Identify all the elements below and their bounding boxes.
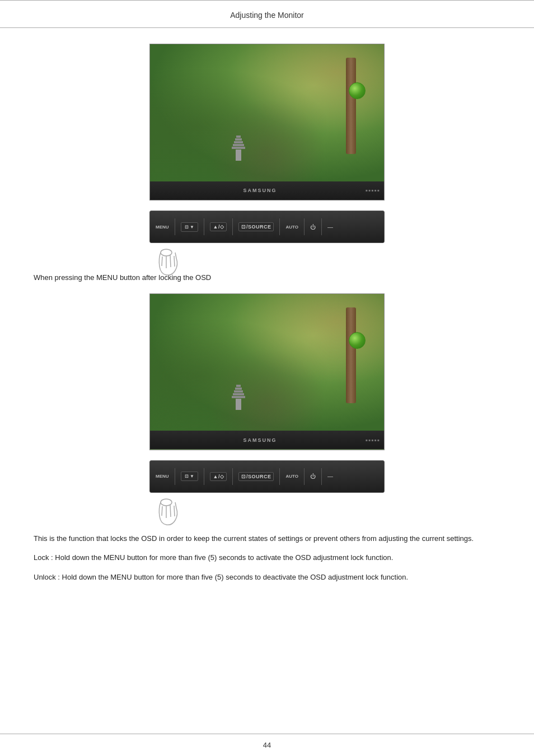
pagoda-2	[232, 385, 245, 410]
svg-line-9	[162, 506, 162, 516]
divider-2b	[204, 468, 204, 485]
menu-label-1: MENU	[156, 225, 169, 230]
tree-right-2	[346, 307, 356, 403]
control-bar-1-wrapper: MENU ⊡ ▼ ▲/◇ ⊡/SOURCE AUTO	[34, 211, 500, 243]
body-paragraph-2: Lock : Hold down the MENU button for mor…	[34, 552, 393, 564]
svg-line-2	[170, 255, 171, 267]
divider-1f	[321, 218, 322, 235]
green-ball-1	[349, 82, 366, 99]
monitor-image-2-block: SAMSUNG ■ ■ ■ ■ ■	[34, 293, 500, 450]
control-bar-2-wrapper: MENU ⊡ ▼ ▲/◇ ⊡/SOURCE AUTO	[34, 460, 500, 493]
page-header: Adjusting the Monitor	[0, 1, 534, 28]
divider-2e	[304, 468, 305, 485]
menu-label-2: MENU	[156, 474, 169, 479]
svg-line-7	[170, 505, 171, 517]
divider-1b	[204, 218, 204, 235]
brightness-btn-1[interactable]: ▲/◇	[210, 222, 227, 231]
monitor-image-1-block: SAMSUNG ■ ■ ■ ■ ■	[34, 44, 500, 200]
svg-line-3	[174, 256, 175, 267]
monitor-screen-1	[150, 44, 384, 181]
nav-icon-2: ⊡	[185, 474, 189, 479]
nav-btn-2[interactable]: ⊡ ▼	[181, 472, 199, 481]
source-btn-1[interactable]: ⊡/SOURCE	[238, 222, 274, 231]
divider-1e	[304, 218, 305, 235]
divider-1a	[175, 218, 175, 235]
divider-2a	[175, 468, 175, 485]
control-bar-1: MENU ⊡ ▼ ▲/◇ ⊡/SOURCE AUTO	[149, 211, 385, 243]
divider-1d	[279, 218, 280, 235]
hand-cursor-1	[154, 241, 185, 280]
nav-arrow-1: ▼	[190, 225, 194, 230]
cb-outer-2: MENU ⊡ ▼ ▲/◇ ⊡/SOURCE AUTO	[149, 460, 385, 493]
minus-icon-2: —	[327, 473, 333, 479]
source-btn-2[interactable]: ⊡/SOURCE	[238, 472, 274, 481]
body-paragraph-1: This is the function that locks the OSD …	[34, 533, 474, 545]
body-paragraph-3: Unlock : Hold down the MENU button for m…	[34, 572, 408, 584]
samsung-logo-1: SAMSUNG	[243, 188, 277, 193]
svg-line-8	[174, 506, 175, 516]
brightness-icon-1: ▲/◇	[213, 224, 224, 230]
content-area: SAMSUNG ■ ■ ■ ■ ■ MENU ⊡ ▼ ▲/◇	[0, 28, 534, 608]
control-bar-2: MENU ⊡ ▼ ▲/◇ ⊡/SOURCE AUTO	[149, 460, 385, 493]
cb-outer-1: MENU ⊡ ▼ ▲/◇ ⊡/SOURCE AUTO	[149, 211, 385, 243]
monitor-image-2: SAMSUNG ■ ■ ■ ■ ■	[149, 293, 385, 450]
samsung-logo-2: SAMSUNG	[243, 437, 277, 443]
page-container: Adjusting the Monitor	[0, 0, 534, 756]
bottom-area: 44	[0, 734, 534, 756]
auto-label-1: AUTO	[285, 225, 298, 230]
power-icon-1[interactable]: ⏻	[310, 224, 316, 230]
monitor-image-1: SAMSUNG ■ ■ ■ ■ ■	[149, 44, 385, 200]
source-icon-1: ⊡/SOURCE	[241, 224, 271, 230]
pagoda-1	[232, 136, 245, 161]
nav-arrow-2: ▼	[190, 474, 194, 479]
nav-icon-1: ⊡	[185, 225, 189, 230]
auto-label-2: AUTO	[285, 474, 298, 479]
divider-2d	[279, 468, 280, 485]
monitor-screen-2	[150, 294, 384, 431]
brightness-btn-2[interactable]: ▲/◇	[210, 472, 227, 481]
monitor-bottom-2: SAMSUNG ■ ■ ■ ■ ■	[150, 431, 384, 449]
monitor-controls-right-1: ■ ■ ■ ■ ■	[366, 189, 380, 192]
tree-right-1	[346, 58, 356, 153]
svg-line-4	[162, 256, 162, 266]
green-ball-2	[349, 332, 366, 349]
monitor-controls-right-2: ■ ■ ■ ■ ■	[366, 438, 380, 442]
brightness-icon-2: ▲/◇	[213, 474, 224, 479]
minus-icon-1: —	[327, 224, 333, 230]
page-number: 44	[263, 741, 271, 749]
divider-1c	[232, 218, 233, 235]
divider-2f	[321, 468, 322, 485]
power-icon-2[interactable]: ⏻	[310, 473, 316, 479]
nav-btn-1[interactable]: ⊡ ▼	[181, 222, 199, 232]
monitor-bottom-1: SAMSUNG ■ ■ ■ ■ ■	[150, 181, 384, 200]
source-icon-2: ⊡/SOURCE	[241, 474, 271, 479]
divider-2c	[232, 468, 233, 485]
hand-cursor-2	[154, 491, 185, 530]
page-title: Adjusting the Monitor	[230, 11, 304, 20]
